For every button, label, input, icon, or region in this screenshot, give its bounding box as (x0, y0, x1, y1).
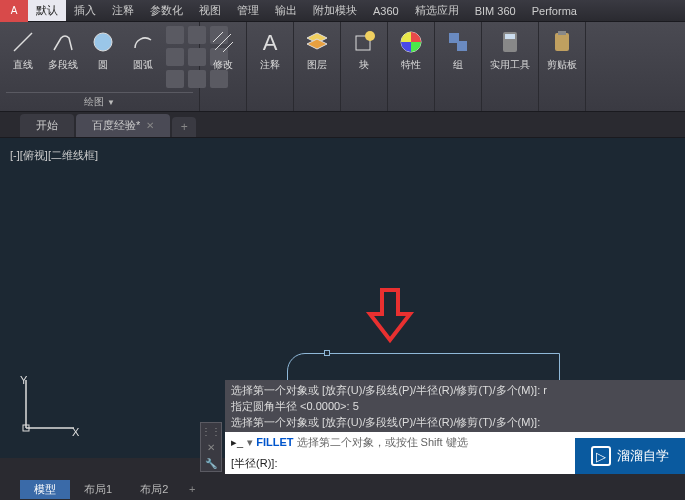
cmd-option[interactable]: [半径(R)]: (231, 456, 277, 471)
svg-rect-11 (558, 31, 566, 35)
play-icon: ▷ (591, 446, 611, 466)
svg-point-1 (94, 33, 112, 51)
file-tabs: 开始 百度经验*✕ + (0, 112, 685, 138)
ucs-x-label: X (72, 426, 79, 438)
menu-a360[interactable]: A360 (365, 0, 407, 21)
modify-icon (209, 28, 237, 56)
btn-group-label: 组 (453, 58, 463, 72)
svg-rect-9 (505, 34, 515, 39)
bottom-tabs: 模型 布局1 布局2 + (0, 478, 685, 500)
layer-icon (303, 28, 331, 56)
panel-draw: 直线 多段线 圆 圆弧 绘图 ▼ (0, 22, 200, 111)
menu-annotate[interactable]: 注释 (104, 0, 142, 21)
btn-line-label: 直线 (13, 58, 33, 72)
grip-handle[interactable] (324, 350, 330, 356)
menu-bim360[interactable]: BIM 360 (467, 0, 524, 21)
command-history: 选择第一个对象或 [放弃(U)/多段线(P)/半径(R)/修剪(T)/多个(M)… (225, 380, 685, 432)
clipboard-icon (548, 28, 576, 56)
line-icon (9, 28, 37, 56)
text-icon: A (256, 28, 284, 56)
small-icon[interactable] (166, 26, 184, 44)
close-icon[interactable]: ✕ (207, 442, 215, 453)
panel-layer: 图层 (294, 22, 341, 111)
cmd-icon: ▸_ (231, 436, 243, 449)
panel-group: 组 (435, 22, 482, 111)
cmd-prompt: ▾ FILLET 选择第二个对象，或按住 Shift 键选 (247, 435, 468, 450)
add-tab-button[interactable]: + (172, 117, 196, 137)
menu-view[interactable]: 视图 (191, 0, 229, 21)
menu-addins[interactable]: 附加模块 (305, 0, 365, 21)
menu-bar: A 默认 插入 注释 参数化 视图 管理 输出 附加模块 A360 精选应用 B… (0, 0, 685, 22)
btn-group[interactable]: 组 (441, 26, 475, 74)
btn-layer[interactable]: 图层 (300, 26, 334, 74)
btn-utilities-label: 实用工具 (490, 58, 530, 72)
circle-icon (89, 28, 117, 56)
group-icon (444, 28, 472, 56)
btn-clipboard[interactable]: 剪贴板 (545, 26, 579, 74)
btn-polyline[interactable]: 多段线 (46, 26, 80, 74)
tab-start[interactable]: 开始 (20, 114, 74, 137)
btn-circle-label: 圆 (98, 58, 108, 72)
panel-block: 块 (341, 22, 388, 111)
panel-modify: 修改 (200, 22, 247, 111)
btn-annotate[interactable]: A 注释 (253, 26, 287, 74)
red-arrow-annotation (365, 288, 415, 344)
arc-icon (129, 28, 157, 56)
add-layout-button[interactable]: + (182, 483, 202, 495)
polyline-icon (49, 28, 77, 56)
btn-properties-label: 特性 (401, 58, 421, 72)
panel-draw-title[interactable]: 绘图 ▼ (6, 92, 193, 109)
btn-modify[interactable]: 修改 (206, 26, 240, 74)
ucs-y-label: Y (20, 374, 27, 386)
view-label[interactable]: [-][俯视][二维线框] (10, 148, 98, 163)
svg-point-4 (365, 31, 375, 41)
properties-icon (397, 28, 425, 56)
btn-utilities[interactable]: 实用工具 (488, 26, 532, 74)
ribbon: 直线 多段线 圆 圆弧 绘图 ▼ 修改 (0, 22, 685, 112)
btn-circle[interactable]: 圆 (86, 26, 120, 74)
tab-current[interactable]: 百度经验*✕ (76, 114, 170, 137)
grip-icon: ⋮⋮ (201, 426, 221, 437)
menu-insert[interactable]: 插入 (66, 0, 104, 21)
btn-clipboard-label: 剪贴板 (547, 58, 577, 72)
svg-text:A: A (263, 30, 278, 55)
btn-arc-label: 圆弧 (133, 58, 153, 72)
btn-modify-label: 修改 (213, 58, 233, 72)
tab-model[interactable]: 模型 (20, 480, 70, 499)
panel-annotate: A 注释 (247, 22, 294, 111)
svg-rect-10 (555, 33, 569, 51)
btn-block[interactable]: 块 (347, 26, 381, 74)
menu-output[interactable]: 输出 (267, 0, 305, 21)
panel-properties: 特性 (388, 22, 435, 111)
badge-text: 溜溜自学 (617, 447, 669, 465)
calculator-icon (496, 28, 524, 56)
history-line: 选择第一个对象或 [放弃(U)/多段线(P)/半径(R)/修剪(T)/多个(M)… (231, 382, 679, 398)
menu-parametric[interactable]: 参数化 (142, 0, 191, 21)
small-icon[interactable] (166, 70, 184, 88)
btn-annotate-label: 注释 (260, 58, 280, 72)
app-icon[interactable]: A (0, 0, 28, 22)
tab-layout1[interactable]: 布局1 (70, 480, 126, 499)
watermark-badge: ▷ 溜溜自学 (575, 438, 685, 474)
btn-properties[interactable]: 特性 (394, 26, 428, 74)
wrench-icon[interactable]: 🔧 (205, 458, 217, 469)
menu-manage[interactable]: 管理 (229, 0, 267, 21)
menu-default[interactable]: 默认 (28, 0, 66, 21)
menu-performance[interactable]: Performa (524, 0, 585, 21)
menu-featured[interactable]: 精选应用 (407, 0, 467, 21)
panel-utilities: 实用工具 (482, 22, 539, 111)
btn-line[interactable]: 直线 (6, 26, 40, 74)
btn-arc[interactable]: 圆弧 (126, 26, 160, 74)
close-icon[interactable]: ✕ (146, 120, 154, 131)
chevron-down-icon: ▼ (107, 98, 115, 107)
btn-layer-label: 图层 (307, 58, 327, 72)
block-icon (350, 28, 378, 56)
tab-layout2[interactable]: 布局2 (126, 480, 182, 499)
command-palette-handle[interactable]: ⋮⋮ ✕ 🔧 (200, 422, 222, 472)
btn-block-label: 块 (359, 58, 369, 72)
svg-line-0 (14, 33, 32, 51)
small-icon[interactable] (166, 48, 184, 66)
panel-clipboard: 剪贴板 (539, 22, 586, 111)
btn-polyline-label: 多段线 (48, 58, 78, 72)
svg-rect-7 (457, 41, 467, 51)
